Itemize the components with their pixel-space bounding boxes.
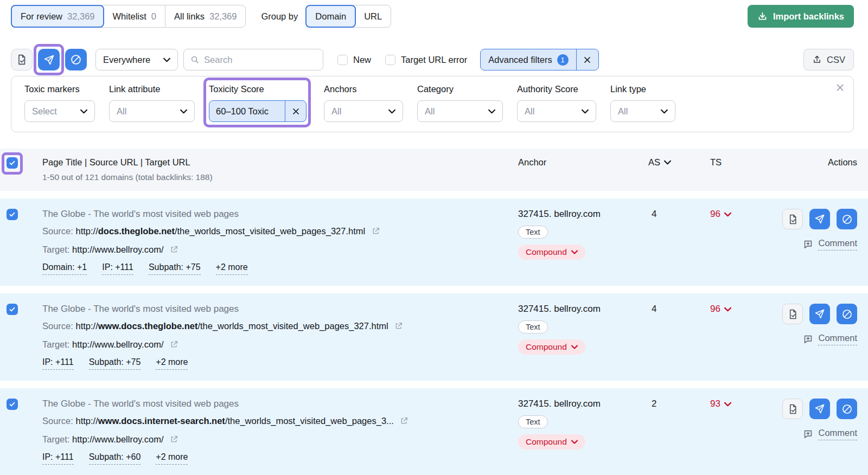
link-type-select[interactable]: All [610, 100, 675, 122]
toxic-markers-select[interactable]: Select [24, 100, 95, 122]
filter-toxic-markers: Toxic markers Select [24, 84, 95, 122]
move-to-disavow-button[interactable] [65, 49, 87, 70]
import-backlinks-button[interactable]: Import backlinks [748, 5, 854, 28]
more-tags-link[interactable]: +2 more [156, 357, 188, 370]
match-type-label: Compound [526, 437, 567, 447]
match-type-label: Compound [526, 247, 567, 257]
new-filter-checkbox[interactable]: New [337, 55, 371, 65]
clear-toxicity-score-button[interactable] [285, 101, 306, 121]
add-comment-button[interactable]: Comment [803, 238, 857, 251]
group-by-toggle: Domain URL [305, 5, 391, 28]
target-url[interactable]: http://www.bellroy.com/ [72, 245, 163, 254]
toxic-marker-tag[interactable]: Domain: +1 [42, 262, 87, 275]
chevron-down-icon [571, 440, 578, 444]
target-label: Target: [42, 245, 69, 254]
filter-authority-score: Authority Score All [517, 84, 596, 122]
more-tags-link[interactable]: +2 more [156, 452, 188, 465]
match-type-label: Compound [526, 342, 567, 352]
more-tags-link[interactable]: +2 more [216, 262, 248, 275]
search-input[interactable] [204, 55, 316, 65]
add-comment-button[interactable]: Comment [803, 428, 857, 440]
external-link-icon[interactable] [170, 245, 178, 254]
review-tabs: For review 32,369 Whitelist 0 All links … [11, 5, 246, 28]
row-checkbox[interactable] [7, 209, 18, 220]
group-by-option-label: URL [364, 11, 382, 22]
advanced-filters-panel: Toxic markers Select Link attribute All … [11, 76, 854, 132]
external-link-icon[interactable] [372, 227, 380, 235]
filter-value: All [618, 106, 628, 117]
toxic-marker-tag[interactable]: IP: +111 [42, 357, 74, 370]
source-url[interactable]: http://docs.theglobe.net/the_worlds_most… [75, 226, 365, 236]
authority-score-select[interactable]: All [517, 100, 596, 122]
group-by-url[interactable]: URL [355, 5, 391, 27]
search-scope-select[interactable]: Everywhere [95, 49, 178, 70]
row-whitelist-button[interactable] [782, 304, 803, 324]
row-whitelist-button[interactable] [782, 399, 803, 419]
clear-advanced-filters-button[interactable] [577, 49, 598, 70]
link-attribute-select[interactable]: All [109, 100, 195, 122]
match-type-badge[interactable]: Compound [518, 434, 585, 450]
search-icon [190, 55, 199, 65]
select-all-checkbox[interactable] [7, 157, 18, 169]
move-to-whitelist-button[interactable] [11, 49, 33, 70]
toxic-marker-tag[interactable]: IP: +111 [102, 262, 133, 275]
external-link-icon[interactable] [394, 322, 403, 330]
add-comment-button[interactable]: Comment [803, 333, 857, 345]
row-remove-button[interactable] [809, 209, 830, 229]
external-link-icon[interactable] [400, 416, 409, 425]
toxic-marker-tag[interactable]: IP: +111 [42, 452, 74, 465]
block-icon [841, 403, 853, 415]
chevron-down-icon [163, 57, 170, 62]
checkbox-unchecked[interactable] [337, 55, 348, 65]
authority-score-value: 2 [648, 399, 703, 409]
block-icon [70, 54, 82, 66]
source-label: Source: [42, 416, 73, 426]
anchors-select[interactable]: All [324, 100, 403, 122]
toxicity-score-value[interactable]: 96 [703, 209, 731, 220]
match-type-badge[interactable]: Compound [518, 339, 585, 355]
target-url[interactable]: http://www.bellroy.com/ [72, 339, 163, 349]
row-checkbox[interactable] [7, 304, 18, 315]
source-url[interactable]: http://www.docs.theglobe.net/the_worlds_… [75, 321, 388, 331]
target-url[interactable]: http://www.bellroy.com/ [72, 434, 163, 444]
column-ts: TS [703, 157, 765, 168]
move-to-remove-list-button[interactable] [38, 49, 60, 70]
column-as-sort[interactable]: AS [648, 157, 703, 168]
filter-link-attribute: Link attribute All [109, 84, 195, 122]
close-filter-panel-button[interactable] [835, 83, 845, 94]
external-link-icon[interactable] [170, 435, 178, 444]
tab-count: 32,369 [209, 11, 237, 22]
row-whitelist-button[interactable] [782, 209, 803, 229]
row-remove-button[interactable] [809, 304, 830, 324]
toxicity-score-number: 93 [710, 399, 720, 409]
paper-plane-icon [814, 214, 825, 224]
toxicity-score-value[interactable]: 93 [703, 399, 731, 409]
match-type-badge[interactable]: Compound [518, 245, 585, 260]
chevron-down-icon [582, 109, 589, 114]
row-checkbox[interactable] [7, 399, 18, 410]
toxicity-score-select[interactable]: 60–100 Toxic [209, 101, 285, 121]
toxic-marker-tag[interactable]: Subpath: +75 [89, 357, 141, 370]
category-select[interactable]: All [417, 100, 503, 122]
export-csv-button[interactable]: CSV [803, 49, 854, 70]
column-actions: Actions [765, 157, 857, 168]
checkbox-unchecked[interactable] [385, 55, 395, 65]
external-link-icon[interactable] [170, 340, 178, 349]
row-disavow-button[interactable] [837, 209, 857, 229]
row-remove-button[interactable] [809, 399, 830, 419]
toxic-marker-tag[interactable]: Subpath: +75 [149, 262, 201, 275]
tab-for-review[interactable]: For review 32,369 [11, 5, 104, 28]
tab-whitelist[interactable]: Whitelist 0 [104, 5, 165, 27]
row-disavow-button[interactable] [837, 399, 857, 419]
tab-all-links[interactable]: All links 32,369 [165, 5, 245, 27]
toxicity-score-value[interactable]: 96 [703, 304, 731, 314]
row-disavow-button[interactable] [837, 304, 857, 324]
filter-value: All [425, 106, 435, 117]
group-by-domain[interactable]: Domain [305, 5, 356, 28]
target-label: Target: [42, 434, 69, 444]
source-url[interactable]: http://www.docs.internet-search.net/the_… [75, 416, 393, 426]
toxic-marker-tag[interactable]: Subpath: +60 [89, 452, 141, 465]
advanced-filters-button[interactable]: Advanced filters 1 [481, 49, 576, 70]
chevron-down-icon [724, 307, 731, 312]
target-url-error-checkbox[interactable]: Target URL error [385, 55, 467, 65]
